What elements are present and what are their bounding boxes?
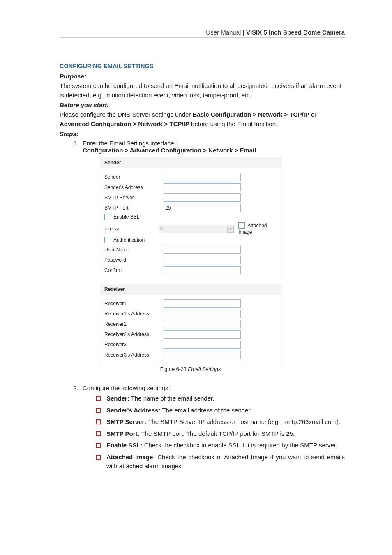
confirm-label: Confirm: [104, 267, 164, 273]
receiver-section-body: Receiver1 Receiver1's Address Receiver2 …: [100, 295, 282, 364]
page-header: User Manual | VISIX 5 Inch Speed Dome Ca…: [60, 29, 345, 38]
bullet-sender-title: Sender:: [106, 395, 129, 402]
interval-label: Interval: [104, 226, 158, 232]
before-you-start-text: Please configure the DNS Server settings…: [60, 110, 345, 129]
step1-text: Enter the Email Settings interface:: [83, 140, 176, 147]
bullet-smtp-server-title: SMTP Server:: [106, 418, 146, 425]
bullet-enable-ssl-title: Enable SSL:: [106, 442, 143, 449]
receiver1-address-label: Receiver1's Address: [104, 311, 164, 317]
bullet-icon: [96, 396, 101, 401]
purpose-text: The system can be configured to send an …: [60, 81, 345, 100]
figure-number: Figure 6-23: [160, 366, 187, 372]
before-you-start-label: Before you start:: [60, 101, 345, 108]
bullet-enable-ssl-text: Check the checkbox to enable SSL if it i…: [143, 442, 337, 449]
bullet-icon: [96, 455, 101, 460]
path-basic-config: Basic Configuration > Network > TCP/IP: [193, 111, 309, 118]
receiver1-label: Receiver1: [104, 301, 164, 306]
attached-image-wrap: Attached Image: [238, 223, 278, 235]
receiver3-input[interactable]: [164, 341, 241, 349]
receiver2-input[interactable]: [164, 320, 241, 328]
bullet-smtp-port-title: SMTP Port:: [106, 430, 140, 437]
receiver2-label: Receiver2: [104, 321, 164, 327]
sender-input[interactable]: [164, 173, 241, 181]
authentication-label: Authentication: [113, 237, 145, 243]
enable-ssl-checkbox[interactable]: [104, 214, 111, 220]
text-fragment: before using the Email function.: [189, 120, 277, 127]
smtp-port-input[interactable]: [164, 204, 241, 212]
purpose-label: Purpose:: [60, 73, 345, 80]
path-advanced-config: Advanced Configuration > Network > TCP/I…: [60, 120, 189, 127]
step-1: Enter the Email Settings interface: Conf…: [80, 140, 345, 372]
section-title: CONFIGURING EMAIL SETTINGS: [60, 63, 345, 69]
smtp-server-input[interactable]: [164, 193, 241, 202]
receiver3-address-input[interactable]: [164, 351, 241, 359]
step2-text: Configure the following settings:: [83, 385, 170, 391]
bullet-senders-address-title: Sender's Address:: [106, 407, 160, 414]
receiver3-label: Receiver3: [104, 342, 164, 348]
settings-bullets: Sender: The name of the email sender. Se…: [96, 394, 345, 471]
bullet-icon: [96, 408, 101, 413]
step1-path: Configuration > Advanced Configuration >…: [83, 147, 256, 154]
bullet-smtp-port-text: The SMTP port. The default TCP/IP port f…: [140, 430, 295, 437]
bullet-icon: [96, 431, 101, 436]
bullet-smtp-server-text: The SMTP Server IP address or host name …: [146, 418, 340, 425]
authentication-checkbox[interactable]: [104, 237, 111, 243]
sender-label: Sender: [104, 174, 164, 180]
steps-list: Enter the Email Settings interface: Conf…: [60, 140, 345, 391]
enable-ssl-label: Enable SSL: [113, 214, 139, 220]
bullet-icon: [96, 419, 101, 424]
smtp-port-label: SMTP Port: [104, 205, 164, 211]
senders-address-input[interactable]: [164, 183, 241, 191]
receiver2-address-input[interactable]: [164, 330, 241, 339]
enable-ssl-row: Enable SSL: [104, 214, 164, 221]
interval-select[interactable]: [158, 225, 235, 233]
email-settings-ui: Sender Sender Sender's Address SMTP Serv…: [100, 157, 282, 364]
steps-label: Steps:: [60, 130, 345, 137]
smtp-server-label: SMTP Server: [104, 195, 164, 200]
bullet-senders-address-text: The email address of the sender.: [160, 407, 251, 414]
text-fragment: Please configure the DNS Server settings…: [60, 111, 193, 118]
receiver1-input[interactable]: [164, 299, 241, 308]
confirm-input[interactable]: [164, 266, 241, 274]
receiver2-address-label: Receiver2's Address: [104, 332, 164, 337]
senders-address-label: Sender's Address: [104, 184, 164, 190]
figure-caption: Figure 6-23 Email Settings: [83, 366, 298, 372]
header-left: User Manual: [206, 29, 241, 36]
password-input[interactable]: [164, 256, 241, 264]
receiver1-address-input[interactable]: [164, 310, 241, 318]
bullet-icon: [96, 443, 101, 448]
sender-section-header: Sender: [100, 157, 282, 168]
attached-image-checkbox[interactable]: [238, 222, 245, 229]
password-label: Password: [104, 257, 164, 263]
chevron-down-icon: ▾: [227, 226, 234, 233]
header-rule: [60, 37, 345, 38]
user-name-label: User Name: [104, 247, 164, 253]
header-right: | VISIX 5 Inch Speed Dome Camera: [241, 29, 345, 36]
authentication-row: Authentication: [104, 237, 164, 244]
step-2: Configure the following settings:: [80, 385, 345, 391]
user-name-input[interactable]: [164, 246, 241, 254]
bullet-attached-image-title: Attached Image:: [106, 454, 155, 461]
text-fragment: or: [309, 111, 317, 118]
bullet-sender-text: The name of the email sender.: [129, 395, 214, 402]
receiver-section-header: Receiver: [100, 284, 282, 295]
figure-title: Email Settings: [187, 366, 221, 372]
sender-section-body: Sender Sender's Address SMTP Server SMTP…: [100, 168, 282, 279]
receiver3-address-label: Receiver3's Address: [104, 352, 164, 358]
